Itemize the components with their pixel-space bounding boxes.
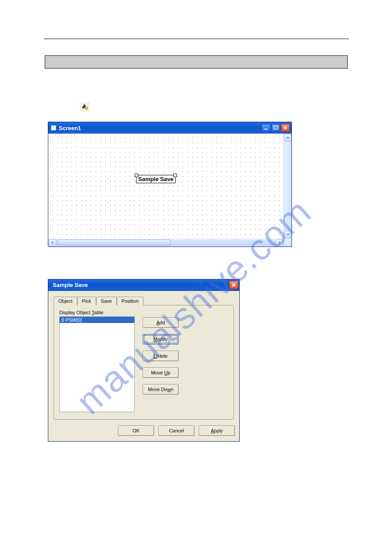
hscroll-track[interactable]: [57, 239, 275, 246]
chevron-right-icon: [278, 241, 281, 244]
list-item[interactable]: 0 PSW[0]: [60, 317, 134, 323]
modify-button[interactable]: Modify: [143, 334, 179, 345]
toolbar-sample-save-icon[interactable]: [80, 102, 90, 112]
scroll-right-button[interactable]: [276, 239, 283, 246]
header-divider: [44, 39, 349, 39]
sample-save-object[interactable]: Sample Save: [136, 175, 176, 183]
minimize-button[interactable]: [262, 124, 270, 132]
display-object-table-list[interactable]: 0 PSW[0]: [59, 316, 135, 412]
tab-object[interactable]: Object: [54, 297, 77, 306]
tab-panel-object: Display Object Table: 0 PSW[0] Add Modif…: [54, 305, 234, 420]
move-up-button[interactable]: Move Up: [143, 367, 179, 378]
svg-rect-1: [86, 107, 87, 108]
tab-strip: Object Pick Save Position: [54, 295, 234, 305]
close-icon: [283, 126, 288, 130]
screen-canvas[interactable]: Sample Save: [48, 134, 284, 239]
chevron-left-icon: [51, 241, 54, 244]
vscroll-track[interactable]: [284, 142, 291, 230]
display-object-table-label: Display Object Table:: [59, 310, 228, 315]
hscroll-thumb[interactable]: [57, 239, 170, 246]
resize-grip[interactable]: [284, 239, 291, 247]
svg-rect-2: [264, 129, 267, 130]
cancel-button[interactable]: Cancel: [158, 425, 194, 436]
scroll-left-button[interactable]: [49, 239, 56, 246]
maximize-button[interactable]: [271, 124, 280, 132]
chevron-down-icon: [286, 233, 290, 236]
scroll-up-button[interactable]: [284, 134, 291, 141]
ok-button[interactable]: OK: [118, 425, 154, 436]
sample-save-dialog: Sample Save Object Pick Save Position Di…: [48, 279, 240, 442]
tab-pick[interactable]: Pick: [77, 297, 96, 305]
close-icon: [231, 283, 236, 287]
vertical-scrollbar[interactable]: [284, 134, 291, 239]
screen1-title: Screen1: [59, 125, 262, 131]
tab-save[interactable]: Save: [96, 297, 117, 305]
horizontal-scrollbar[interactable]: [48, 239, 284, 247]
dialog-close-button[interactable]: [229, 281, 238, 289]
window-icon: [51, 125, 56, 131]
delete-button[interactable]: Delete: [143, 351, 179, 361]
sample-icon: [81, 103, 89, 111]
add-button[interactable]: Add: [143, 317, 179, 328]
move-down-button[interactable]: Move Down: [143, 384, 179, 395]
dialog-title: Sample Save: [51, 282, 229, 288]
svg-rect-3: [274, 126, 277, 129]
scroll-down-button[interactable]: [284, 231, 291, 238]
screen1-titlebar[interactable]: Screen1: [48, 122, 291, 134]
chevron-up-icon: [286, 136, 290, 140]
tab-position[interactable]: Position: [117, 297, 144, 305]
section-bar: [45, 55, 348, 69]
screen1-window: Screen1 Sample Save: [48, 122, 292, 247]
apply-button[interactable]: Apply: [199, 425, 235, 436]
dialog-titlebar[interactable]: Sample Save: [48, 279, 239, 291]
minimize-icon: [264, 126, 268, 130]
maximize-icon: [273, 126, 278, 130]
close-button[interactable]: [281, 124, 290, 132]
